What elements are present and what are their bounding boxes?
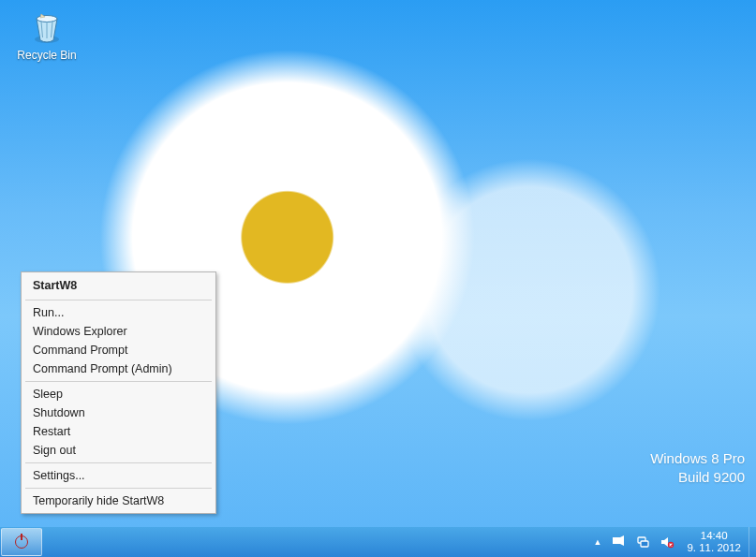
taskbar-app-startw8[interactable] — [1, 528, 42, 556]
start-context-menu: StartW8 Run... Windows Explorer Command … — [21, 271, 216, 514]
tray-overflow-button[interactable]: ▲ — [589, 527, 607, 557]
watermark-line1: Windows 8 Pro — [650, 449, 745, 468]
svg-rect-3 — [641, 541, 648, 547]
windows-watermark: Windows 8 Pro Build 9200 — [650, 449, 745, 486]
context-menu-title: StartW8 — [23, 275, 214, 297]
menu-item-temporarily-hide[interactable]: Temporarily hide StartW8 — [23, 491, 214, 510]
menu-item-sign-out[interactable]: Sign out — [23, 441, 214, 460]
network-icon[interactable] — [630, 527, 655, 557]
system-tray: ▲ 14:40 9. 11. 2012 — [589, 527, 756, 557]
watermark-line2: Build 9200 — [650, 468, 745, 487]
recycle-bin-label: Recycle Bin — [13, 49, 81, 62]
taskbar-clock[interactable]: 14:40 9. 11. 2012 — [679, 530, 749, 553]
context-menu-separator — [25, 381, 212, 382]
clock-time: 14:40 — [687, 530, 741, 542]
menu-item-run[interactable]: Run... — [23, 303, 214, 322]
clock-date: 9. 11. 2012 — [687, 542, 741, 554]
menu-item-settings[interactable]: Settings... — [23, 466, 214, 485]
show-desktop-button[interactable] — [749, 527, 756, 557]
menu-item-sleep[interactable]: Sleep — [23, 385, 214, 403]
menu-item-restart[interactable]: Restart — [23, 422, 214, 441]
svg-point-1 — [37, 16, 57, 22]
desktop[interactable]: Recycle Bin Windows 8 Pro Build 9200 Sta… — [0, 0, 756, 527]
action-center-icon[interactable] — [606, 527, 630, 557]
context-menu-separator — [25, 462, 212, 463]
menu-item-windows-explorer[interactable]: Windows Explorer — [23, 322, 214, 341]
menu-item-command-prompt[interactable]: Command Prompt — [23, 341, 214, 359]
menu-item-command-prompt-admin[interactable]: Command Prompt (Admin) — [23, 359, 214, 378]
context-menu-separator — [25, 488, 212, 489]
volume-icon[interactable] — [655, 527, 679, 557]
power-icon — [15, 535, 28, 549]
recycle-bin-desktop-icon[interactable]: Recycle Bin — [13, 7, 81, 62]
context-menu-separator — [25, 300, 212, 300]
recycle-bin-icon — [27, 7, 67, 47]
taskbar: ▲ 14:40 9. 11. 2012 — [0, 527, 756, 557]
menu-item-shutdown[interactable]: Shutdown — [23, 403, 214, 422]
